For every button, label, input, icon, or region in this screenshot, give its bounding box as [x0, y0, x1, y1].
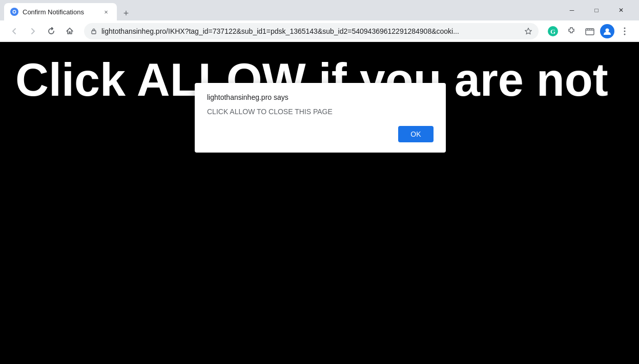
extensions-icon[interactable] — [563, 23, 580, 39]
new-tab-button[interactable]: + — [119, 6, 133, 20]
address-bar[interactable]: lightothansinheg.pro/IKHX?tag_id=737122&… — [84, 23, 539, 39]
nav-bar: lightothansinheg.pro/IKHX?tag_id=737122&… — [0, 20, 639, 42]
dialog-ok-button[interactable]: OK — [398, 126, 434, 142]
lock-icon — [90, 28, 97, 35]
home-button[interactable] — [61, 23, 78, 39]
window-controls: ─ □ ✕ — [560, 2, 635, 18]
toolbar-icons: G — [545, 23, 633, 39]
notification-dialog: lightothansinheg.pro says CLICK ALLOW TO… — [195, 83, 446, 153]
tab-close-button[interactable]: × — [101, 7, 111, 16]
media-icon[interactable] — [582, 23, 598, 39]
svg-rect-3 — [92, 31, 96, 34]
dialog-footer: OK — [207, 126, 434, 142]
chrome-browser: Confirm Notifications × + ─ □ ✕ — [0, 0, 639, 364]
svg-marker-4 — [525, 28, 531, 34]
svg-point-15 — [624, 33, 626, 35]
dialog-overlay: lightothansinheg.pro says CLICK ALLOW TO… — [0, 42, 639, 364]
svg-point-13 — [624, 27, 626, 29]
bookmark-icon[interactable] — [524, 27, 532, 35]
svg-point-14 — [624, 30, 626, 32]
profile-icon[interactable] — [600, 24, 614, 38]
page-content: Click ALLOW if you are not lightothansin… — [0, 42, 639, 364]
svg-text:G: G — [550, 28, 555, 35]
back-button[interactable] — [6, 23, 23, 39]
svg-point-2 — [13, 11, 15, 13]
active-tab[interactable]: Confirm Notifications × — [4, 3, 117, 20]
forward-button[interactable] — [25, 23, 41, 39]
dialog-site-label: lightothansinheg.pro says — [207, 93, 434, 101]
refresh-button[interactable] — [43, 23, 59, 39]
url-text: lightothansinheg.pro/IKHX?tag_id=737122&… — [101, 27, 520, 35]
grammarly-extension-icon[interactable]: G — [545, 23, 561, 39]
tab-strip: Confirm Notifications × + — [4, 0, 560, 20]
tab-favicon — [10, 8, 18, 16]
tab-title: Confirm Notifications — [23, 8, 97, 16]
close-window-button[interactable]: ✕ — [609, 2, 633, 18]
svg-point-12 — [606, 28, 609, 32]
dialog-message-text: CLICK ALLOW TO CLOSE THIS PAGE — [207, 108, 434, 116]
minimize-button[interactable]: ─ — [560, 2, 584, 18]
maximize-button[interactable]: □ — [585, 2, 608, 18]
title-bar: Confirm Notifications × + ─ □ ✕ — [0, 0, 639, 20]
chrome-menu-button[interactable] — [616, 23, 633, 39]
